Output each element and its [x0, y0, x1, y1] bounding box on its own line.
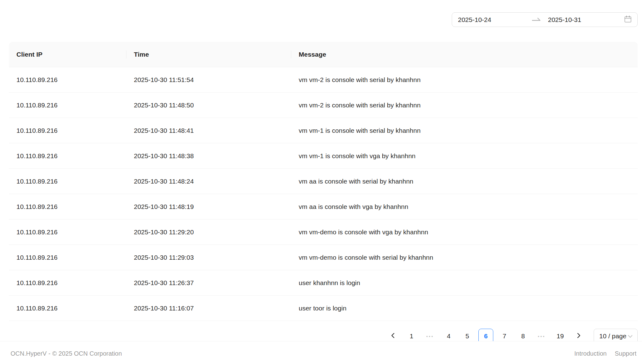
audit-log-table: Client IP Time Message 10.110.89.216 202…: [9, 42, 638, 321]
table-row: 10.110.89.216 2025-10-30 11:48:24 vm aa …: [9, 169, 638, 194]
page-button-1[interactable]: 1: [404, 329, 419, 341]
cell-client-ip: 10.110.89.216: [9, 270, 126, 295]
footer-links: Introduction Support: [574, 350, 636, 357]
page-button-19[interactable]: 19: [553, 329, 568, 341]
table-row: 10.110.89.216 2025-10-30 11:51:54 vm vm-…: [9, 67, 638, 93]
cell-client-ip: 10.110.89.216: [9, 143, 126, 168]
cell-time: 2025-10-30 11:26:37: [126, 270, 291, 295]
cell-client-ip: 10.110.89.216: [9, 169, 126, 194]
pagination: 1•••45678•••19 10 / page: [0, 329, 638, 341]
cell-time: 2025-10-30 11:48:50: [126, 93, 291, 118]
cell-time: 2025-10-30 11:48:24: [126, 169, 291, 194]
table-row: 10.110.89.216 2025-10-30 11:16:07 user t…: [9, 296, 638, 321]
page-button-4[interactable]: 4: [441, 329, 456, 341]
chevron-right-icon: [576, 332, 582, 340]
cell-time: 2025-10-30 11:29:20: [126, 219, 291, 245]
table-row: 10.110.89.216 2025-10-30 11:29:20 vm vm-…: [9, 219, 638, 245]
cell-time: 2025-10-30 11:48:41: [126, 118, 291, 143]
cell-message: vm vm-2 is console with serial by khanhn…: [291, 93, 638, 118]
pagination-ellipsis[interactable]: •••: [423, 329, 438, 341]
cell-time: 2025-10-30 11:16:07: [126, 296, 291, 321]
table-row: 10.110.89.216 2025-10-30 11:48:38 vm vm-…: [9, 143, 638, 169]
table-row: 10.110.89.216 2025-10-30 11:26:37 user k…: [9, 270, 638, 296]
page-button-8[interactable]: 8: [516, 329, 530, 341]
page-button-6[interactable]: 6: [478, 329, 493, 341]
chevron-down-icon: [627, 332, 633, 340]
calendar-icon[interactable]: [624, 15, 632, 25]
table-row: 10.110.89.216 2025-10-30 11:48:19 vm aa …: [9, 194, 638, 219]
page-size-label: 10 / page: [599, 332, 627, 340]
start-date-input[interactable]: [458, 16, 531, 24]
next-page-button[interactable]: [571, 329, 586, 341]
copyright-text: OCN.HyperV - © 2025 OCN Corporation: [11, 350, 122, 357]
page-items: 1•••45678•••19: [404, 329, 568, 341]
table-row: 10.110.89.216 2025-10-30 11:48:50 vm vm-…: [9, 93, 638, 118]
table-header-row: Client IP Time Message: [9, 42, 638, 67]
footer-link-introduction[interactable]: Introduction: [574, 350, 607, 357]
cell-time: 2025-10-30 11:51:54: [126, 67, 291, 92]
cell-time: 2025-10-30 11:48:19: [126, 194, 291, 219]
cell-client-ip: 10.110.89.216: [9, 67, 126, 92]
cell-message: vm aa is console with serial by khanhnn: [291, 169, 638, 194]
previous-page-button[interactable]: [385, 329, 400, 341]
swap-right-icon: [531, 16, 541, 24]
table-body: 10.110.89.216 2025-10-30 11:51:54 vm vm-…: [9, 67, 638, 321]
cell-client-ip: 10.110.89.216: [9, 296, 126, 321]
chevron-left-icon: [390, 332, 396, 340]
cell-client-ip: 10.110.89.216: [9, 93, 126, 118]
pagination-ellipsis[interactable]: •••: [534, 329, 549, 341]
page-size-select[interactable]: 10 / page: [594, 329, 638, 341]
cell-time: 2025-10-30 11:48:38: [126, 143, 291, 168]
cell-time: 2025-10-30 11:29:03: [126, 245, 291, 270]
cell-message: vm vm-demo is console with vga by khanhn…: [291, 219, 638, 245]
column-header-time: Time: [126, 42, 291, 67]
table-row: 10.110.89.216 2025-10-30 11:48:41 vm vm-…: [9, 118, 638, 143]
cell-message: vm aa is console with vga by khanhnn: [291, 194, 638, 219]
end-date-input[interactable]: [544, 16, 622, 24]
column-header-message: Message: [291, 42, 638, 67]
cell-client-ip: 10.110.89.216: [9, 219, 126, 245]
page-footer: OCN.HyperV - © 2025 OCN Corporation Intr…: [0, 341, 642, 364]
audit-log-page: Client IP Time Message 10.110.89.216 202…: [0, 0, 642, 341]
cell-message: vm vm-1 is console with vga by khanhnn: [291, 143, 638, 168]
cell-message: vm vm-2 is console with serial by khanhn…: [291, 67, 638, 92]
cell-client-ip: 10.110.89.216: [9, 118, 126, 143]
table-row: 10.110.89.216 2025-10-30 11:29:03 vm vm-…: [9, 245, 638, 270]
cell-message: vm vm-1 is console with serial by khanhn…: [291, 118, 638, 143]
column-header-client-ip: Client IP: [9, 42, 126, 67]
cell-client-ip: 10.110.89.216: [9, 245, 126, 270]
date-range-picker[interactable]: [452, 12, 638, 27]
page-button-7[interactable]: 7: [497, 329, 512, 341]
page-button-5[interactable]: 5: [460, 329, 475, 341]
cell-client-ip: 10.110.89.216: [9, 194, 126, 219]
cell-message: user toor is login: [291, 296, 638, 321]
footer-link-support[interactable]: Support: [615, 350, 636, 357]
cell-message: vm vm-demo is console with serial by kha…: [291, 245, 638, 270]
cell-message: user khanhnn is login: [291, 270, 638, 295]
toolbar: [0, 0, 642, 27]
